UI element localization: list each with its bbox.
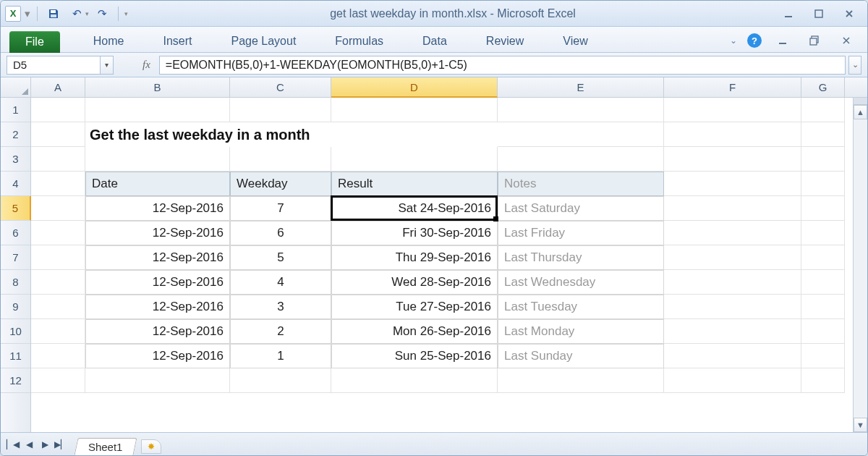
cell-G12[interactable] <box>801 368 845 393</box>
cell-F10[interactable] <box>664 319 801 344</box>
tab-insert[interactable]: Insert <box>157 30 197 52</box>
cell-notes[interactable]: Last Tuesday <box>498 295 664 319</box>
cell-date[interactable]: 12-Sep-2016 <box>85 344 230 368</box>
cell-B12[interactable] <box>85 368 230 393</box>
name-box[interactable]: D5 <box>7 56 101 75</box>
cell-notes[interactable]: Last Monday <box>498 319 664 344</box>
cell-G5[interactable] <box>801 196 845 221</box>
cell-A8[interactable] <box>31 270 85 295</box>
cell-G1[interactable] <box>801 98 845 122</box>
cell-E3[interactable] <box>498 147 664 172</box>
row-header-2[interactable]: 2 <box>1 122 30 147</box>
cell-result[interactable]: Tue 27-Sep-2016 <box>331 295 498 319</box>
cell-date[interactable]: 12-Sep-2016 <box>85 270 230 295</box>
cell-C1[interactable] <box>230 98 331 122</box>
cell-C12[interactable] <box>230 368 331 393</box>
file-tab[interactable]: File <box>9 31 60 53</box>
cell-result[interactable]: Fri 30-Sep-2016 <box>331 221 498 245</box>
select-all-corner[interactable] <box>1 77 31 97</box>
cell-F2[interactable] <box>664 122 801 147</box>
column-header-A[interactable]: A <box>31 77 85 97</box>
cell-date[interactable]: 12-Sep-2016 <box>85 245 230 270</box>
sheet-nav-first[interactable]: ▏◀ <box>5 436 21 452</box>
cell-notes[interactable]: Last Friday <box>498 221 664 245</box>
formula-input[interactable]: =EOMONTH(B5,0)+1-WEEKDAY(EOMONTH(B5,0)+1… <box>159 56 846 75</box>
cell-A4[interactable] <box>31 172 85 196</box>
tab-formulas[interactable]: Formulas <box>329 30 389 52</box>
column-header-F[interactable]: F <box>664 77 801 97</box>
cell-G11[interactable] <box>801 344 845 368</box>
cell-F12[interactable] <box>664 368 801 393</box>
table-header-d[interactable]: Result <box>331 172 498 196</box>
column-header-D[interactable]: D <box>331 77 498 98</box>
table-header-b[interactable]: Date <box>85 172 230 196</box>
cell-result[interactable]: Wed 28-Sep-2016 <box>331 270 498 295</box>
cell-weekday[interactable]: 5 <box>230 245 331 270</box>
cell-date[interactable]: 12-Sep-2016 <box>85 221 230 245</box>
undo-button[interactable]: ↶ <box>67 5 87 22</box>
save-button[interactable] <box>43 5 64 22</box>
workbook-restore-button[interactable] <box>804 33 825 48</box>
redo-button[interactable]: ↷ <box>92 5 112 22</box>
cell-result[interactable]: Mon 26-Sep-2016 <box>331 319 498 344</box>
cell-D12[interactable] <box>331 368 498 393</box>
tab-review[interactable]: Review <box>480 30 529 52</box>
ribbon-minimize-icon[interactable]: ⌄ <box>730 35 737 46</box>
row-header-9[interactable]: 9 <box>1 295 30 319</box>
cell-weekday[interactable]: 4 <box>230 270 331 295</box>
cell-G3[interactable] <box>801 147 845 172</box>
table-header-c[interactable]: Weekday <box>230 172 331 196</box>
cell-A6[interactable] <box>31 221 85 245</box>
cell-A12[interactable] <box>31 368 85 393</box>
tab-data[interactable]: Data <box>417 30 453 52</box>
table-header-e[interactable]: Notes <box>498 172 664 196</box>
cell-A2[interactable] <box>31 122 85 147</box>
row-header-12[interactable]: 12 <box>1 368 30 393</box>
row-header-3[interactable]: 3 <box>1 147 30 172</box>
cell-G4[interactable] <box>801 172 845 196</box>
cell-A9[interactable] <box>31 295 85 319</box>
tab-page-layout[interactable]: Page Layout <box>225 30 302 52</box>
cell-G10[interactable] <box>801 319 845 344</box>
cell-A10[interactable] <box>31 319 85 344</box>
cell-D1[interactable] <box>331 98 498 122</box>
cell-F5[interactable] <box>664 196 801 221</box>
row-header-8[interactable]: 8 <box>1 270 30 295</box>
workbook-close-button[interactable] <box>835 33 857 48</box>
close-button[interactable] <box>838 7 860 21</box>
row-header-11[interactable]: 11 <box>1 344 30 368</box>
cell-notes[interactable]: Last Saturday <box>498 196 664 221</box>
cell-G6[interactable] <box>801 221 845 245</box>
cell-A3[interactable] <box>31 147 85 172</box>
cell-F9[interactable] <box>664 295 801 319</box>
cell-weekday[interactable]: 1 <box>230 344 331 368</box>
formula-expand-button[interactable]: ⌄ <box>848 56 861 75</box>
cell-date[interactable]: 12-Sep-2016 <box>85 295 230 319</box>
scroll-down-button[interactable]: ▼ <box>854 418 867 432</box>
workbook-minimize-button[interactable] <box>772 33 793 48</box>
new-sheet-button[interactable]: ✸ <box>141 439 161 454</box>
cell-E12[interactable] <box>498 368 664 393</box>
cell-F1[interactable] <box>664 98 801 122</box>
cell-A1[interactable] <box>31 98 85 122</box>
scroll-up-button[interactable]: ▲ <box>854 105 867 119</box>
cell-F3[interactable] <box>664 147 801 172</box>
row-header-4[interactable]: 4 <box>1 172 30 196</box>
cell-C3[interactable] <box>230 147 331 172</box>
column-header-C[interactable]: C <box>230 77 331 97</box>
cell-F4[interactable] <box>664 172 801 196</box>
cell-F8[interactable] <box>664 270 801 295</box>
cell-date[interactable]: 12-Sep-2016 <box>85 196 230 221</box>
cell-F11[interactable] <box>664 344 801 368</box>
cells-area[interactable]: Get the last weekday in a monthDateWeekd… <box>31 98 853 432</box>
cell-E2[interactable] <box>498 122 664 147</box>
split-handle[interactable] <box>854 98 867 105</box>
row-header-7[interactable]: 7 <box>1 245 30 270</box>
sheet-nav-prev[interactable]: ◀ <box>21 436 37 452</box>
cell-result[interactable]: Sat 24-Sep-2016 <box>331 196 498 221</box>
cell-A5[interactable] <box>31 196 85 221</box>
cell-B1[interactable] <box>85 98 230 122</box>
cell-notes[interactable]: Last Wednesday <box>498 270 664 295</box>
cell-F6[interactable] <box>664 221 801 245</box>
cell-G2[interactable] <box>801 122 845 147</box>
